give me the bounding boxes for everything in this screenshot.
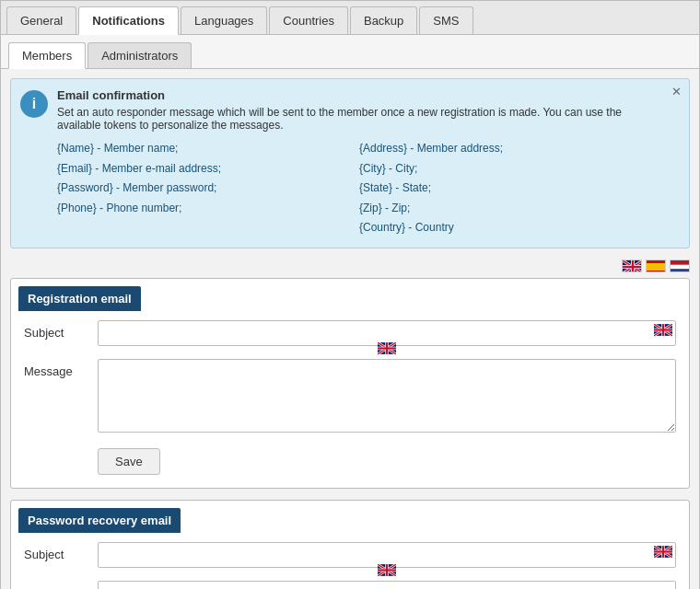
password-recovery-section: Password recovery email Subject	[10, 500, 690, 589]
tab-members[interactable]: Members	[8, 42, 86, 69]
sub-tabs-container: Members Administrators	[1, 35, 699, 69]
save-btn-row: Save	[98, 448, 676, 475]
info-icon: i	[20, 90, 48, 118]
recovery-subject-row: Subject	[24, 542, 676, 568]
sub-tabs-bar: Members Administrators	[8, 42, 692, 68]
tab-general[interactable]: General	[6, 6, 76, 34]
token-phone: {Phone} - Phone number;	[57, 199, 359, 219]
flag-nl[interactable]	[670, 260, 690, 272]
message-row: Message	[24, 359, 676, 435]
info-description: Set an auto responder message which will…	[57, 106, 661, 132]
password-recovery-header: Password recovery email	[18, 508, 181, 533]
language-flags-row	[10, 260, 690, 272]
password-recovery-body: Subject	[11, 533, 689, 589]
registration-email-section: Registration email Subject	[10, 278, 690, 489]
flag-uk[interactable]	[622, 260, 642, 272]
tab-notifications[interactable]: Notifications	[78, 6, 179, 35]
subject-row: Subject	[24, 320, 676, 346]
registration-email-header: Registration email	[18, 286, 141, 311]
recovery-subject-label: Subject	[24, 542, 88, 561]
tokens-grid: {Name} - Member name; {Email} - Member e…	[57, 139, 661, 238]
recovery-message-label: Message	[24, 581, 88, 589]
registration-email-body: Subject	[11, 311, 689, 488]
info-content: Email confirmation Set an auto responder…	[57, 88, 661, 238]
message-textarea[interactable]	[98, 359, 676, 433]
info-title: Email confirmation	[57, 88, 661, 102]
close-icon[interactable]: ✕	[671, 85, 682, 98]
subject-flag-uk	[654, 324, 672, 339]
tab-backup[interactable]: Backup	[350, 6, 417, 34]
flag-es[interactable]	[646, 260, 666, 272]
token-address: {Address} - Member address;	[359, 139, 661, 159]
token-country: {Country} - Country	[359, 218, 661, 238]
message-field-wrap	[98, 359, 676, 435]
token-password: {Password} - Member password;	[57, 179, 359, 199]
recovery-message-row: Message	[24, 581, 676, 589]
token-email: {Email} - Member e-mail address;	[57, 159, 359, 179]
svg-rect-13	[671, 269, 690, 272]
top-tabs-bar: General Notifications Languages Countrie…	[1, 1, 699, 35]
tab-sms[interactable]: SMS	[419, 6, 472, 34]
recovery-message-textarea[interactable]	[98, 581, 676, 589]
tokens-right: {Address} - Member address; {City} - Cit…	[359, 139, 661, 238]
token-zip: {Zip} - Zip;	[359, 199, 661, 219]
token-city: {City} - City;	[359, 159, 661, 179]
content-area: i Email confirmation Set an auto respond…	[1, 69, 699, 589]
tokens-left: {Name} - Member name; {Email} - Member e…	[57, 139, 359, 238]
tab-countries[interactable]: Countries	[269, 6, 348, 34]
svg-rect-10	[647, 263, 666, 271]
message-label: Message	[24, 359, 88, 378]
token-name: {Name} - Member name;	[57, 139, 359, 159]
message-flag-uk	[378, 342, 396, 357]
recovery-message-field-wrap	[98, 581, 676, 589]
tab-administrators[interactable]: Administrators	[88, 42, 192, 68]
recovery-message-flag-uk	[378, 564, 396, 579]
tab-languages[interactable]: Languages	[181, 6, 267, 34]
svg-rect-12	[671, 265, 690, 270]
recovery-subject-flag-uk	[654, 546, 672, 560]
token-state: {State} - State;	[359, 179, 661, 199]
subject-label: Subject	[24, 320, 88, 340]
save-button[interactable]: Save	[98, 448, 160, 475]
info-box: i Email confirmation Set an auto respond…	[10, 78, 690, 248]
